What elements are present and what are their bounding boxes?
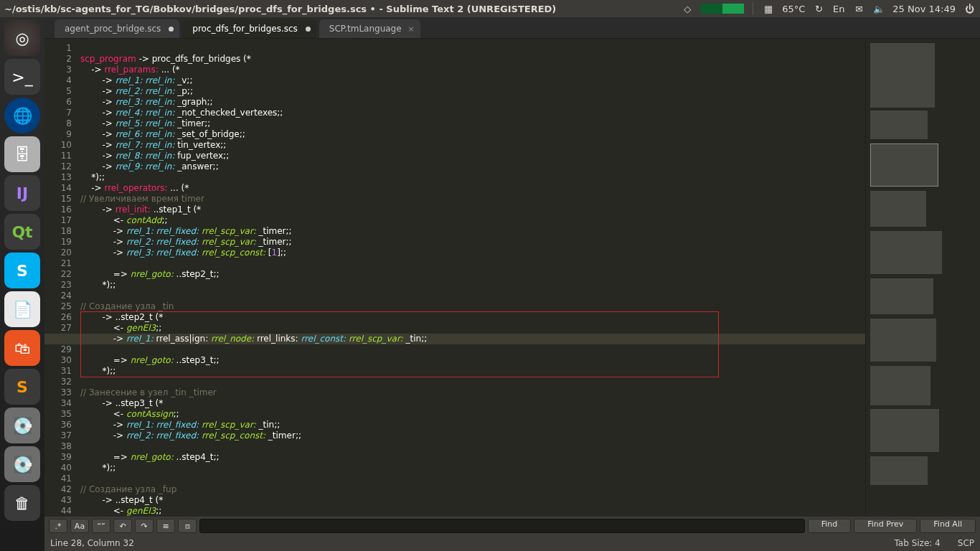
regex-toggle[interactable]: .* bbox=[49, 519, 67, 533]
window-title: ~/ostis/kb/sc-agents_for_TG/Bobkov/bridg… bbox=[4, 4, 681, 14]
tab-label: SCP.tmLanguage bbox=[329, 24, 402, 34]
minimap[interactable] bbox=[865, 39, 980, 517]
cursor-position: Line 28, Column 32 bbox=[50, 538, 134, 548]
find-button[interactable]: Find bbox=[808, 519, 852, 533]
whole-word-toggle[interactable]: “” bbox=[92, 519, 110, 533]
launcher-ubuntu-dash[interactable]: ◎ bbox=[4, 20, 40, 56]
dropbox-icon[interactable]: ◇ bbox=[681, 4, 694, 14]
launcher-libreoffice-writer[interactable]: 📄 bbox=[4, 291, 40, 327]
keyboard-layout[interactable]: En bbox=[832, 4, 845, 14]
temperature: 65°C bbox=[782, 4, 805, 14]
wrap-toggle[interactable]: ↷ bbox=[135, 519, 154, 533]
in-selection-toggle[interactable]: ≡ bbox=[156, 519, 175, 533]
status-bar: Line 28, Column 32 Tab Size: 4 SCP bbox=[44, 535, 980, 551]
launcher-files[interactable]: 🗄 bbox=[4, 136, 40, 172]
find-all-button[interactable]: Find All bbox=[920, 519, 976, 533]
syntax-mode[interactable]: SCP bbox=[958, 538, 974, 548]
close-icon[interactable]: × bbox=[407, 24, 414, 34]
clock: 25 Nov 14:49 bbox=[892, 4, 956, 14]
launcher-intellij[interactable]: IJ bbox=[4, 175, 40, 211]
case-sensitive-toggle[interactable]: Aa bbox=[70, 519, 89, 533]
launcher-trash[interactable]: 🗑 bbox=[4, 485, 40, 521]
launcher-sublime-text[interactable]: S bbox=[4, 369, 40, 405]
cpu-icon: ▦ bbox=[762, 4, 775, 14]
tab-proc-dfs-for-bridges[interactable]: proc_dfs_for_bridges.scs bbox=[182, 19, 316, 38]
mail-icon[interactable]: ✉ bbox=[852, 4, 865, 14]
tab-size[interactable]: Tab Size: 4 bbox=[895, 538, 941, 548]
incremental-find-bar: .* Aa “” ↶ ↷ ≡ ⧈ Find Find Prev Find All bbox=[44, 517, 980, 535]
launcher-firefox[interactable]: 🌐 bbox=[4, 98, 40, 133]
dirty-dot-icon bbox=[169, 27, 174, 32]
top-menubar: ~/ostis/kb/sc-agents_for_TG/Bobkov/bridg… bbox=[0, 0, 980, 17]
code-content[interactable]: scp_program -> proc_dfs_for_bridges (* -… bbox=[77, 39, 865, 517]
launcher-disk-2[interactable]: 💽 bbox=[4, 446, 40, 482]
tab-agent-proc-bridge[interactable]: agent_proc_bridge.scs bbox=[55, 19, 179, 38]
launcher-terminal[interactable]: >_ bbox=[4, 59, 40, 95]
unity-launcher: ◎ >_ 🌐 🗄 IJ Qt S 📄 🛍 S 💽 💽 🗑 bbox=[0, 17, 44, 551]
power-icon[interactable]: ⏻ bbox=[963, 4, 976, 14]
dirty-dot-icon bbox=[306, 27, 311, 32]
code-area[interactable]: 1234567891011121314151617181920212223242… bbox=[44, 39, 980, 517]
sublime-window: agent_proc_bridge.scs proc_dfs_for_bridg… bbox=[44, 17, 980, 551]
system-tray: ◇ ▦ 65°C ↻ En ✉ 🔈 25 Nov 14:49 ⏻ bbox=[681, 2, 976, 15]
launcher-disk-1[interactable]: 💽 bbox=[4, 408, 40, 443]
volume-icon[interactable]: 🔈 bbox=[872, 4, 885, 14]
tab-bar: agent_proc_bridge.scs proc_dfs_for_bridg… bbox=[44, 17, 980, 39]
refresh-icon[interactable]: ↻ bbox=[812, 4, 825, 14]
highlight-toggle[interactable]: ⧈ bbox=[178, 519, 197, 533]
tab-scp-tmlanguage[interactable]: SCP.tmLanguage × bbox=[319, 19, 420, 38]
launcher-software-center[interactable]: 🛍 bbox=[4, 330, 40, 366]
tab-label: proc_dfs_for_bridges.scs bbox=[192, 24, 298, 34]
system-monitor-icon[interactable] bbox=[701, 4, 744, 14]
line-gutter: 1234567891011121314151617181920212223242… bbox=[44, 39, 77, 517]
launcher-qt-creator[interactable]: Qt bbox=[4, 214, 40, 250]
tab-label: agent_proc_bridge.scs bbox=[65, 24, 161, 34]
find-input[interactable] bbox=[199, 519, 805, 533]
find-prev-button[interactable]: Find Prev bbox=[854, 519, 917, 533]
reverse-toggle[interactable]: ↶ bbox=[113, 519, 132, 533]
launcher-skype[interactable]: S bbox=[4, 253, 40, 288]
